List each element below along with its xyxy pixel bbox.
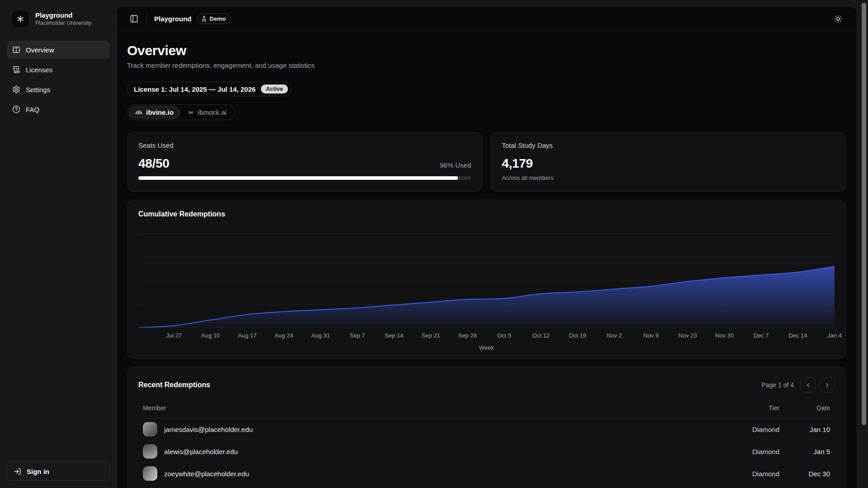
product-tabs: ibvine.io ibmock.ai	[127, 104, 235, 120]
seats-used-title: Seats Used	[138, 141, 471, 149]
x-tick-label: Jul 27	[166, 332, 182, 339]
seats-progress-track	[138, 176, 471, 180]
license-label: License 1: Jul 14, 2025 — Jul 14, 2026	[134, 85, 255, 93]
table-row: alewis@placeholder.edu Diamond Jan 5	[138, 441, 835, 463]
x-tick-label: Nov 23	[679, 332, 697, 339]
table-body: jamesdavis@placeholder.edu Diamond Jan 1…	[138, 418, 835, 488]
x-tick-label: Nov 2	[607, 332, 622, 339]
member-email: jamesdavis@placeholder.edu	[164, 426, 253, 433]
pagination-label: Page 1 of 4	[761, 381, 794, 389]
topbar-title: Playground	[154, 15, 192, 23]
stats-row: Seats Used 48/50 96% Used Total Study Da…	[127, 132, 846, 192]
topbar: Playground Demo	[117, 7, 857, 31]
x-axis-title: Week	[138, 344, 835, 351]
x-tick-label: Dec 14	[788, 332, 807, 339]
scroll-icon	[12, 66, 20, 74]
license-pill[interactable]: License 1: Jul 14, 2025 — Jul 14, 2026 A…	[127, 82, 291, 96]
seats-used-value: 48/50	[138, 156, 170, 171]
table-header-row: Member Tier Date	[138, 404, 835, 418]
sidebar: Playground Placeholder University Overvi…	[0, 0, 117, 488]
tab-ibvine[interactable]: ibvine.io	[129, 106, 180, 118]
study-days-value: 4,179	[502, 156, 835, 171]
x-tick-label: Sep 7	[350, 332, 365, 339]
member-cell: jamesdavis@placeholder.edu	[143, 422, 721, 436]
column-tier: Tier	[721, 404, 779, 412]
main-panel: Playground Demo Overview Track member re…	[117, 6, 857, 488]
member-cell: alewis@placeholder.edu	[143, 444, 721, 459]
sidebar-item-overview[interactable]: Overview	[7, 41, 110, 59]
tier-cell: Diamond	[721, 448, 779, 455]
member-cell: zoeywhite@placeholder.edu	[143, 466, 721, 481]
x-tick-label: Aug 10	[201, 332, 220, 339]
radio-signal-icon	[187, 109, 194, 116]
license-status-badge: Active	[261, 84, 288, 94]
next-page-button[interactable]	[819, 377, 835, 393]
sidebar-nav: Overview Licenses Settings FAQ	[7, 41, 110, 118]
table-row: zoeywhite@placeholder.edu Diamond Dec 30	[138, 463, 835, 485]
seats-used-card: Seats Used 48/50 96% Used	[127, 132, 482, 192]
x-tick-label: Dec 7	[754, 332, 769, 339]
x-tick-label: Aug 31	[311, 332, 330, 339]
tier-cell: Diamond	[721, 470, 779, 478]
sign-in-button[interactable]: Sign in	[7, 462, 110, 481]
recent-redemptions-card: Recent Redemptions Page 1 of 4 Member Ti…	[127, 367, 846, 488]
sidebar-item-label: FAQ	[26, 106, 39, 113]
page-scrollbar[interactable]	[862, 3, 866, 425]
page-subtitle: Track member redemptions, engagement, an…	[127, 61, 846, 69]
tier-cell: Diamond	[721, 426, 779, 433]
chevron-left-icon	[805, 382, 811, 389]
cumulative-redemptions-card: Cumulative Redemptions Jul 27Aug 10Aug 1…	[127, 200, 846, 359]
x-tick-label: Nov 9	[643, 332, 659, 339]
member-email: alewis@placeholder.edu	[164, 448, 238, 455]
x-axis-labels: Jul 27Aug 10Aug 17Aug 24Aug 31Sep 7Sep 1…	[138, 332, 835, 340]
brand-logo-icon	[11, 10, 29, 28]
brand-name: Playground	[35, 11, 91, 20]
x-tick-label: Oct 5	[497, 332, 511, 339]
x-tick-label: Sep 21	[421, 332, 440, 339]
demo-badge-label: Demo	[210, 15, 226, 22]
study-days-title: Total Study Days	[502, 141, 835, 149]
date-cell: Jan 10	[779, 426, 830, 433]
chevron-right-icon	[824, 382, 830, 389]
x-tick-label: Oct 12	[532, 332, 549, 339]
brand-text: Playground Placeholder University	[35, 11, 91, 27]
table-row: jamesdavis@placeholder.edu Diamond Jan 1…	[138, 418, 835, 441]
page-title: Overview	[127, 43, 846, 58]
tab-label: ibvine.io	[146, 108, 174, 116]
sidebar-item-faq[interactable]: FAQ	[7, 100, 110, 118]
avatar	[143, 466, 157, 481]
sidebar-item-label: Licenses	[26, 66, 52, 74]
rainbow-icon	[135, 109, 142, 116]
table-row: davidmiller@placeholder.edu Diamond Dec …	[138, 485, 835, 488]
help-circle-icon	[12, 105, 20, 113]
theme-toggle-button[interactable]	[832, 13, 844, 25]
avatar	[143, 422, 157, 436]
sidebar-item-settings[interactable]: Settings	[7, 80, 110, 99]
date-cell: Jan 5	[779, 448, 830, 455]
seats-progress-fill	[138, 176, 458, 180]
sign-in-label: Sign in	[27, 468, 49, 475]
sidebar-item-licenses[interactable]: Licenses	[7, 61, 110, 79]
seats-used-pct: 96% Used	[440, 161, 471, 171]
x-tick-label: Jan 4	[827, 332, 842, 339]
x-tick-label: Aug 24	[275, 332, 293, 339]
tab-label: ibmock.ai	[198, 108, 226, 116]
sidebar-item-label: Settings	[26, 86, 50, 94]
sidebar-item-label: Overview	[26, 46, 54, 54]
date-cell: Dec 30	[779, 470, 830, 478]
topbar-divider	[146, 13, 147, 25]
sidebar-toggle-button[interactable]	[128, 13, 140, 25]
x-tick-label: Sep 28	[458, 332, 476, 339]
gear-icon	[12, 85, 20, 94]
prev-page-button[interactable]	[800, 377, 816, 393]
log-in-icon	[14, 468, 21, 475]
tab-ibmock[interactable]: ibmock.ai	[181, 106, 233, 118]
page-content: Overview Track member redemptions, engag…	[117, 31, 857, 488]
sun-icon	[834, 15, 842, 23]
chart-plot: Jul 27Aug 10Aug 17Aug 24Aug 31Sep 7Sep 1…	[138, 234, 835, 351]
member-email: zoeywhite@placeholder.edu	[164, 470, 249, 478]
x-tick-label: Aug 17	[238, 332, 256, 339]
demo-badge: Demo	[197, 14, 231, 24]
x-tick-label: Sep 14	[385, 332, 403, 339]
study-days-card: Total Study Days 4,179 Across all member…	[491, 132, 846, 192]
